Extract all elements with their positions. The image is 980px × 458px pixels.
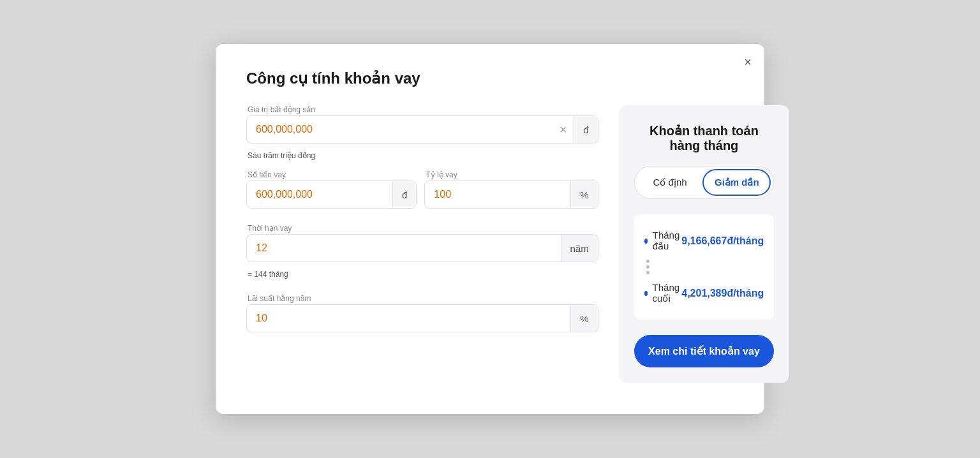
tab-fixed[interactable]: Cố định xyxy=(637,169,703,196)
middle-dot-3 xyxy=(646,271,650,274)
property-value-label: Giá trị bất động sản xyxy=(246,105,598,114)
right-panel-title: Khoản thanh toán hàng tháng xyxy=(634,123,775,153)
interest-rate-label: Lãi suất hằng năm xyxy=(246,294,598,303)
payment-card: Tháng đầu 9,166,667đ/tháng xyxy=(634,214,775,320)
property-value-hint: Sáu trăm triệu đồng xyxy=(246,151,598,160)
detail-button[interactable]: Xem chi tiết khoản vay xyxy=(634,335,775,367)
modal-title: Công cụ tính khoản vay xyxy=(246,70,734,87)
property-value-suffix: đ xyxy=(574,116,597,143)
loan-term-input-row: năm xyxy=(246,234,598,262)
loan-term-group: Thời hạn vay năm xyxy=(246,224,598,262)
loan-ratio-input-row: % xyxy=(424,181,598,209)
close-button[interactable]: × xyxy=(744,55,752,68)
first-month-value: 9,166,667đ/tháng xyxy=(681,235,764,247)
modal-overlay: × Công cụ tính khoản vay Giá trị bất độn… xyxy=(0,0,980,458)
loan-term-hint: = 144 tháng xyxy=(246,270,598,279)
last-month-value: 4,201,389đ/tháng xyxy=(681,288,764,299)
property-value-input-row: ✕ đ xyxy=(246,115,598,144)
middle-dot-2 xyxy=(646,265,650,269)
loan-amount-input-row: đ xyxy=(246,181,417,209)
middle-dot-1 xyxy=(646,260,650,263)
loan-split-row: Số tiền vay đ Tỷ lệ vay % xyxy=(246,170,598,209)
loan-amount-input[interactable] xyxy=(247,181,392,208)
first-month-label: Tháng đầu xyxy=(653,230,682,252)
loan-ratio-label: Tỷ lệ vay xyxy=(424,170,598,179)
interest-rate-group: Lãi suất hằng năm % xyxy=(246,294,598,332)
property-value-group: Giá trị bất động sản ✕ đ xyxy=(246,105,598,144)
property-value-input[interactable] xyxy=(247,116,553,143)
right-panel: Khoản thanh toán hàng tháng Cố định Giảm… xyxy=(619,105,790,383)
loan-term-input[interactable] xyxy=(247,235,561,262)
loan-amount-label: Số tiền vay xyxy=(246,170,417,179)
first-month-dot xyxy=(644,239,648,244)
loan-ratio-group: Tỷ lệ vay % xyxy=(424,170,598,209)
loan-term-suffix: năm xyxy=(561,235,598,262)
loan-amount-group: Số tiền vay đ xyxy=(246,170,417,209)
interest-rate-suffix: % xyxy=(570,305,597,332)
last-month-dot xyxy=(644,291,648,296)
loan-amount-suffix: đ xyxy=(392,181,416,208)
last-month-label: Tháng cuối xyxy=(653,282,682,304)
interest-rate-input-row: % xyxy=(246,304,598,332)
loan-term-label: Thời hạn vay xyxy=(246,224,598,233)
loan-ratio-input[interactable] xyxy=(425,181,570,208)
modal-body: Giá trị bất động sản ✕ đ Sáu trăm triệu … xyxy=(246,105,734,383)
left-panel: Giá trị bất động sản ✕ đ Sáu trăm triệu … xyxy=(246,105,598,383)
tab-decreasing[interactable]: Giảm dần xyxy=(702,169,771,196)
modal: × Công cụ tính khoản vay Giá trị bất độn… xyxy=(216,44,764,414)
first-month-row: Tháng đầu 9,166,667đ/tháng xyxy=(644,226,764,256)
clear-property-value-button[interactable]: ✕ xyxy=(553,116,574,143)
last-month-row: Tháng cuối 4,201,389đ/tháng xyxy=(644,278,764,308)
interest-rate-input[interactable] xyxy=(247,305,570,332)
tab-row: Cố định Giảm dần xyxy=(634,166,775,199)
loan-ratio-suffix: % xyxy=(570,181,597,208)
